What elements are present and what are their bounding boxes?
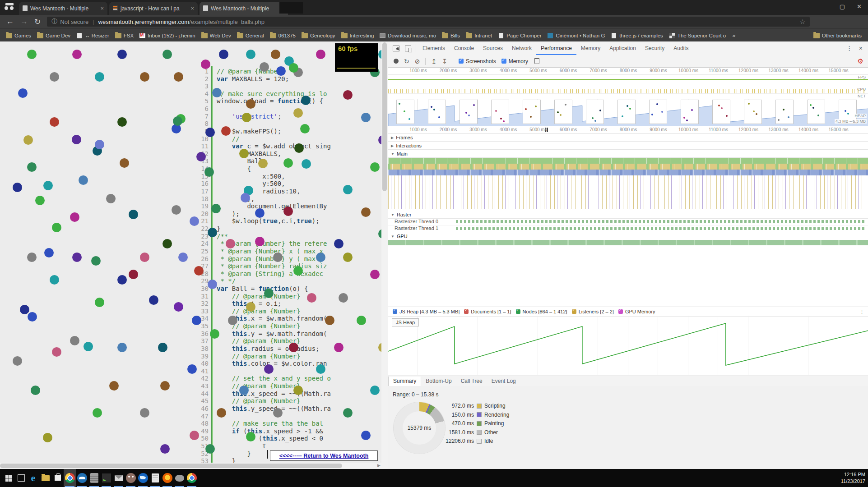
bookmark-item[interactable]: FSX [115,33,134,38]
address-bar[interactable]: ⓘ Not secure | wesmantooth.jeremyheminge… [47,17,810,27]
section-main[interactable]: ▼ Main [388,150,868,158]
taskbar-icon-terminal[interactable] [100,469,112,487]
counters-menu-icon[interactable]: ⋮ [859,309,864,315]
rasterizer-thread-row[interactable]: Rasterizer Thread 1 [388,225,868,232]
devtools-tab-memory[interactable]: Memory [576,41,605,55]
taskbar-icon-edge[interactable]: e [27,469,39,487]
back-icon[interactable]: ← [6,17,14,26]
taskbar-icon-brain[interactable] [173,469,186,487]
browser-tab[interactable]: Wes Mantooth - Multiple× [200,2,288,15]
screenshot-filmstrip[interactable]: HEAP 4.3 MB – 5.3 MB [388,99,868,126]
bookmark-item[interactable]: General [237,33,264,38]
screenshot-thumbnail[interactable] [460,100,478,124]
bookmark-item[interactable]: three.js / examples [611,33,663,38]
scroll-right-icon[interactable]: ▶ [377,463,381,468]
taskbar-icon-start[interactable] [3,469,15,487]
counter-checkbox[interactable] [393,309,397,314]
screenshot-thumbnail[interactable] [775,100,794,124]
bookmark-item[interactable]: Download music, mo [380,33,436,38]
bottom-tab-bottom-up[interactable]: Bottom-Up [421,377,456,386]
save-profile-icon[interactable]: ↧ [442,58,447,65]
tab-close-icon[interactable]: × [190,5,194,12]
counter-checkbox[interactable] [618,309,623,314]
taskbar-icon-calculator[interactable] [88,469,100,487]
cpu-lane[interactable]: CPU [388,80,868,94]
bookmark-item[interactable]: Games [6,33,31,38]
counter-toggle[interactable]: GPU Memory [618,309,655,314]
section-interactions[interactable]: ▶ Interactions [388,142,868,150]
minimize-icon[interactable]: – [825,3,828,10]
taskbar-icon-thunderbird[interactable] [137,469,149,487]
devtools-tab-sources[interactable]: Sources [478,41,507,55]
bookmark-item[interactable]: Web Dev [201,33,231,38]
taskbar-icon-file-explorer[interactable] [39,469,51,487]
bookmark-item[interactable]: 061375 [270,33,296,38]
screenshot-thumbnail[interactable] [617,100,636,124]
inspect-element-icon[interactable] [393,46,399,51]
new-tab-button[interactable] [279,2,303,14]
devtools-tab-network[interactable]: Network [507,41,536,55]
devtools-tab-elements[interactable]: Elements [418,41,450,55]
counter-checkbox[interactable] [572,309,576,314]
taskbar-clock[interactable]: 12:16 PM 11/23/2017 [841,471,865,485]
devtools-close-icon[interactable]: × [859,45,863,52]
devtools-tab-security[interactable]: Security [641,41,669,55]
counter-toggle[interactable]: Nodes [864 – 1 412] [516,309,567,314]
reload-and-profile-icon[interactable]: ↻ [404,58,409,65]
rasterizer-thread-row[interactable]: Rasterizer Thread 0 [388,218,868,225]
bookmark-item[interactable]: ↔ Resizer [76,33,109,38]
other-bookmarks-button[interactable]: Other bookmarks [813,33,862,38]
devtools-tab-performance[interactable]: Performance [536,41,576,55]
record-icon[interactable] [394,59,399,64]
browser-tab[interactable]: Wes Mantooth - Multiple× [19,2,107,15]
section-raster[interactable]: ▼ Raster [388,211,868,219]
screenshot-thumbnail[interactable] [491,100,509,124]
taskbar-icon-chrome[interactable] [64,469,76,487]
screenshot-thumbnail[interactable] [712,100,730,124]
taskbar-icon-gimp[interactable] [125,469,137,487]
capture-settings-icon[interactable]: ⚙ [858,57,863,65]
screenshot-thumbnail[interactable] [396,100,414,124]
screenshot-thumbnail[interactable] [523,100,541,124]
counter-checkbox[interactable] [464,309,469,314]
load-profile-icon[interactable]: ↥ [431,58,436,65]
tab-close-icon[interactable]: × [100,5,104,12]
section-gpu[interactable]: ▼ GPU [388,233,868,240]
taskbar-icon-notepad[interactable] [149,469,161,487]
screenshot-thumbnail[interactable] [807,100,825,124]
counter-toggle[interactable]: Documents [1 – 1] [464,309,511,314]
bottom-tab-summary[interactable]: Summary [388,377,421,386]
info-icon[interactable]: ⓘ [51,18,57,26]
js-heap-chart[interactable] [388,316,868,375]
bookmark-item[interactable]: Cinémont • Nathan G [547,33,605,38]
devtools-tab-application[interactable]: Application [605,41,641,55]
taskbar-icon-task-view[interactable] [15,469,27,487]
browser-tab[interactable]: javascript - How can i pa× [109,2,198,15]
memory-checkbox[interactable] [501,59,506,64]
page-horizontal-scrollbar[interactable]: ▶ [0,463,388,469]
bookmark-item[interactable]: Bills [442,33,460,38]
bookmark-item[interactable]: Page Chomper [498,33,541,38]
bottom-tab-event-log[interactable]: Event Log [487,377,520,386]
screenshot-thumbnail[interactable] [428,100,446,124]
bookmark-item[interactable]: Game Dev [37,33,70,38]
reload-icon[interactable]: ↻ [34,17,41,27]
counter-checkbox[interactable] [516,309,520,314]
devtools-menu-icon[interactable]: ⋮ [846,45,853,52]
bookmark-item[interactable]: Inbox (152) - j.hemin [139,33,195,38]
taskbar-icon-openoffice[interactable] [76,469,88,487]
counter-toggle[interactable]: Listeners [2 – 2] [572,309,614,314]
device-toolbar-icon[interactable] [405,46,411,51]
screenshot-thumbnail[interactable] [586,100,604,124]
screenshots-checkbox[interactable] [459,59,464,64]
screenshot-thumbnail[interactable] [744,100,762,124]
bookmark-item[interactable]: Intranet [466,33,492,38]
screenshot-thumbnail[interactable] [554,100,572,124]
garbage-collect-icon[interactable] [534,58,539,64]
main-flame-chart[interactable] [388,158,868,210]
bookmark-item[interactable]: The Superior Court o [669,33,726,38]
bookmarks-overflow-icon[interactable]: » [732,32,735,39]
section-frames[interactable]: ▶ Frames [388,134,868,142]
bookmark-item[interactable]: Interesting [341,33,374,38]
counter-toggle[interactable]: JS Heap [4.3 MB – 5.3 MB] [393,309,460,314]
